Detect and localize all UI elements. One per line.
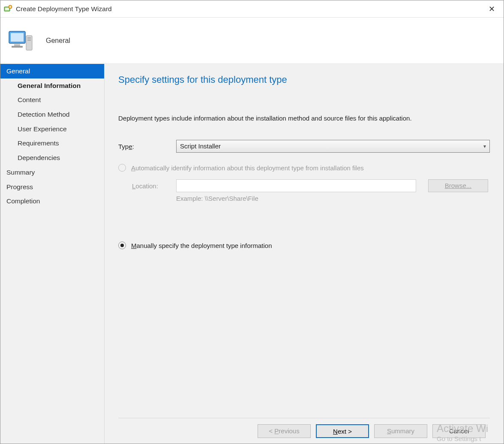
next-button[interactable]: Next > [316, 424, 369, 438]
location-example: Example: \\Server\Share\File [176, 195, 490, 202]
type-select[interactable]: Script Installer ▾ [176, 140, 490, 153]
location-label: Location: [132, 182, 176, 190]
location-input [176, 179, 416, 192]
sidebar-item-progress[interactable]: Progress [0, 180, 104, 194]
sidebar-item-completion[interactable]: Completion [0, 194, 104, 208]
computer-icon [7, 27, 35, 54]
close-button[interactable]: ✕ [483, 0, 500, 18]
sidebar-item-general[interactable]: General [0, 64, 104, 79]
svg-rect-4 [11, 33, 24, 42]
window-title: Create Deployment Type Wizard [16, 5, 483, 13]
wizard-sidebar: General General Information Content Dete… [0, 64, 105, 444]
radio-manual-label: Manually specify the deployment type inf… [131, 242, 272, 249]
wizard-body: General General Information Content Dete… [0, 64, 504, 444]
svg-rect-5 [14, 44, 20, 46]
summary-button: Summary [374, 424, 427, 438]
radio-manual-specify[interactable]: Manually specify the deployment type inf… [118, 242, 490, 249]
chevron-down-icon: ▾ [483, 140, 486, 152]
wizard-header: General [0, 18, 504, 64]
titlebar: Create Deployment Type Wizard ✕ [0, 0, 504, 18]
sidebar-item-summary[interactable]: Summary [0, 165, 104, 180]
svg-rect-1 [5, 8, 9, 10]
svg-rect-6 [12, 46, 23, 48]
radio-auto-label: Automatically identify information about… [131, 164, 364, 172]
wizard-content: Specify settings for this deployment typ… [105, 64, 504, 444]
content-description: Deployment types include information abo… [118, 115, 490, 122]
content-heading: Specify settings for this deployment typ… [118, 74, 490, 85]
browse-button: Browse... [428, 179, 488, 192]
sidebar-item-dependencies[interactable]: Dependencies [0, 151, 104, 165]
type-row: Type: Script Installer ▾ [118, 140, 490, 153]
sidebar-item-detection-method[interactable]: Detection Method [0, 107, 104, 122]
header-title: General [46, 37, 70, 45]
radio-auto-identify: Automatically identify information about… [118, 164, 490, 172]
previous-button: < Previous [258, 424, 311, 438]
auto-identify-subform: Location: Browse... Example: \\Server\Sh… [132, 179, 490, 202]
location-row: Location: Browse... [132, 179, 490, 192]
type-select-wrap: Script Installer ▾ [176, 140, 490, 153]
wizard-window: Create Deployment Type Wizard ✕ General … [0, 0, 504, 444]
cancel-button[interactable]: Cancel [432, 424, 486, 438]
sidebar-item-content[interactable]: Content [0, 93, 104, 107]
sidebar-item-user-experience[interactable]: User Experience [0, 122, 104, 136]
radio-manual-circle [118, 242, 126, 249]
wizard-footer: < Previous Next > Summary Cancel Activat… [118, 418, 490, 444]
sidebar-item-general-information[interactable]: General Information [0, 79, 104, 93]
type-select-value: Script Installer [180, 142, 221, 150]
radio-auto-circle [118, 164, 126, 172]
type-label: Type: [118, 143, 176, 150]
svg-rect-9 [27, 39, 31, 41]
sidebar-item-requirements[interactable]: Requirements [0, 136, 104, 151]
svg-rect-8 [27, 37, 31, 39]
app-icon [4, 5, 12, 13]
